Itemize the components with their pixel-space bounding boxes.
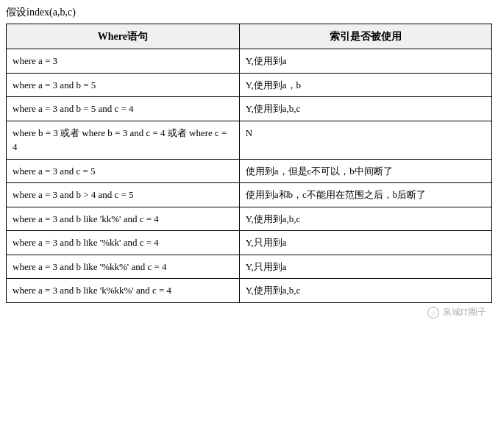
index-usage-cell: N (239, 121, 491, 159)
table-row: where a = 3 and b = 5 and c = 4Y,使用到a,b,… (7, 97, 492, 121)
col-header-index-usage: 索引是否被使用 (239, 24, 491, 49)
index-usage-cell: Y,使用到a,b,c (239, 279, 491, 303)
watermark: ☆ 泉城IT圈子 (6, 303, 492, 320)
watermark-text: 泉城IT圈子 (443, 307, 486, 317)
index-usage-cell: 使用到a和b，c不能用在范围之后，b后断了 (239, 183, 491, 207)
where-cell: where a = 3 and b like '%kk' and c = 4 (7, 231, 240, 255)
where-cell: where a = 3 and b = 5 (7, 73, 240, 97)
index-usage-cell: Y,使用到a，b (239, 73, 491, 97)
where-cell: where a = 3 and c = 5 (7, 159, 240, 183)
where-cell: where a = 3 and b like 'kk%' and c = 4 (7, 207, 240, 231)
table-row: where b = 3 或者 where b = 3 and c = 4 或者 … (7, 121, 492, 159)
index-usage-cell: Y,只用到a (239, 231, 491, 255)
table-row: where a = 3 and b like 'k%kk%' and c = 4… (7, 279, 492, 303)
table-row: where a = 3 and b like '%kk%' and c = 4Y… (7, 255, 492, 279)
where-cell: where a = 3 and b > 4 and c = 5 (7, 183, 240, 207)
table-row: where a = 3 and c = 5使用到a，但是c不可以，b中间断了 (7, 159, 492, 183)
table-row: where a = 3 and b like '%kk' and c = 4Y,… (7, 231, 492, 255)
table-row: where a = 3 and b like 'kk%' and c = 4Y,… (7, 207, 492, 231)
index-usage-cell: 使用到a，但是c不可以，b中间断了 (239, 159, 491, 183)
table-row: where a = 3 and b > 4 and c = 5使用到a和b，c不… (7, 183, 492, 207)
table-row: where a = 3 and b = 5Y,使用到a，b (7, 73, 492, 97)
where-cell: where a = 3 (7, 49, 240, 74)
where-cell: where b = 3 或者 where b = 3 and c = 4 或者 … (7, 121, 240, 159)
watermark-icon: ☆ (427, 307, 439, 319)
index-usage-cell: Y,使用到a (239, 49, 491, 74)
table-header-row: Where语句 索引是否被使用 (7, 24, 492, 49)
where-cell: where a = 3 and b = 5 and c = 4 (7, 97, 240, 121)
page-container: 假设index(a,b,c) Where语句 索引是否被使用 where a =… (0, 0, 498, 326)
col-header-where: Where语句 (7, 24, 240, 49)
table-row: where a = 3Y,使用到a (7, 49, 492, 74)
index-usage-cell: Y,使用到a,b,c (239, 207, 491, 231)
index-usage-cell: Y,使用到a,b,c (239, 97, 491, 121)
where-cell: where a = 3 and b like '%kk%' and c = 4 (7, 255, 240, 279)
page-title: 假设index(a,b,c) (6, 6, 492, 19)
index-table: Where语句 索引是否被使用 where a = 3Y,使用到awhere a… (6, 24, 492, 303)
index-usage-cell: Y,只用到a (239, 255, 491, 279)
where-cell: where a = 3 and b like 'k%kk%' and c = 4 (7, 279, 240, 303)
